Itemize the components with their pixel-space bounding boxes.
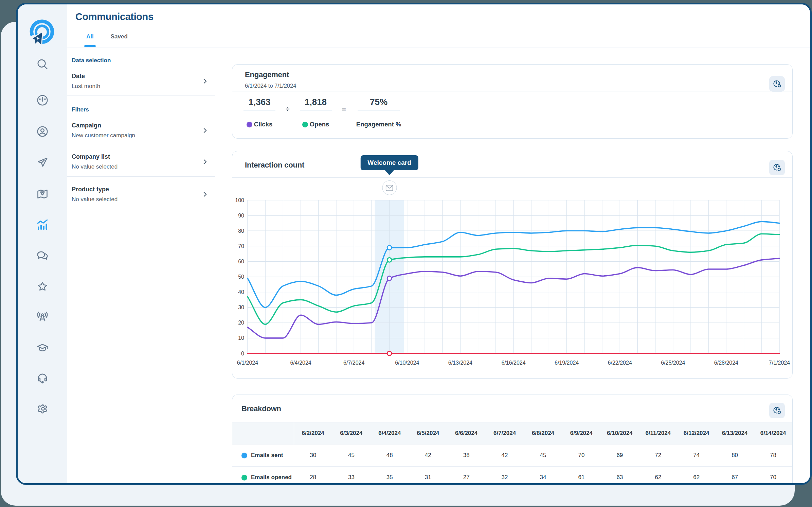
filter-date-title: Date (72, 73, 208, 80)
sidebar-item-settings[interactable] (36, 402, 49, 416)
filter-product-title: Product type (72, 186, 208, 193)
series-dot (241, 453, 247, 458)
value-cell: 67 (716, 467, 754, 485)
filter-company-title: Company list (72, 153, 208, 160)
divide-operator: ÷ (286, 105, 290, 113)
sidebar-item-star[interactable] (36, 280, 49, 293)
interaction-count-title: Interaction count (245, 161, 792, 170)
email-annotation-marker[interactable] (382, 180, 397, 195)
value-cell: 42 (486, 444, 524, 467)
filter-item-company-list[interactable]: Company list No value selected (72, 153, 208, 170)
breakdown-card: Breakdown (232, 395, 793, 485)
row-label-inner: Emails sent (241, 452, 294, 459)
interaction-add-to-dashboard-button[interactable] (769, 160, 785, 175)
tab-all[interactable]: All (83, 33, 97, 48)
sidebar-item-gauge[interactable] (36, 93, 49, 107)
breakdown-col-6/7/2024: 6/7/2024 (486, 422, 524, 444)
breakdown-col-6/9/2024: 6/9/2024 (562, 422, 600, 444)
metric-label-row: Opens (302, 121, 329, 128)
series-marker (387, 245, 392, 250)
sidebar-item-broadcast[interactable] (36, 310, 49, 324)
data-selection-heading: Data selection (72, 57, 208, 64)
card-header: Engagement 6/1/2024 to 7/1/2024 (232, 65, 792, 91)
table-row: Emails sent30454842384245706972748078 (232, 444, 792, 467)
search-icon (36, 58, 49, 71)
row-label: Emails sent (251, 452, 283, 459)
engagement-card: Engagement 6/1/2024 to 7/1/2024 (232, 64, 793, 139)
filter-item-product-type[interactable]: Product type No value selected (72, 186, 208, 203)
chevron-right-icon (201, 127, 209, 134)
y-tick-label: 40 (238, 289, 244, 295)
breakdown-col-6/6/2024: 6/6/2024 (447, 422, 486, 444)
breakdown-col-6/2/2024: 6/2/2024 (294, 422, 332, 444)
series-marker (387, 351, 392, 356)
opens-dot (302, 122, 308, 127)
user-icon (36, 125, 49, 138)
breakdown-add-to-dashboard-button[interactable] (769, 403, 785, 418)
filter-item-date[interactable]: Date Last month (72, 73, 208, 90)
value-cell: 45 (332, 444, 371, 467)
series-dot (241, 475, 247, 480)
breakdown-col-6/10/2024: 6/10/2024 (600, 422, 639, 444)
main-area: Engagement 6/1/2024 to 7/1/2024 (215, 48, 810, 483)
sidebar-item-map[interactable] (36, 187, 49, 201)
breakdown-thead: 6/2/20246/3/20246/4/20246/5/20246/6/2024… (232, 422, 792, 444)
x-tick-label: 7/1/2024 (769, 360, 790, 366)
tab-all-label: All (86, 33, 94, 40)
interaction-chart: 01020304050607080901006/1/20246/4/20246/… (232, 178, 792, 379)
engagement-add-to-dashboard-button[interactable] (769, 76, 785, 92)
filter-campaign-title: Campaign (72, 122, 208, 129)
y-tick-label: 0 (241, 351, 244, 356)
interaction-count-card: Interaction count (232, 151, 793, 379)
y-tick-label: 100 (235, 197, 244, 203)
sidebar-item-search[interactable] (36, 57, 49, 71)
sidebar-item-send[interactable] (36, 155, 49, 169)
company-list-section: Company list No value selected (67, 145, 215, 177)
filter-campaign-value: New customer campaign (72, 132, 208, 139)
value-cell: 31 (409, 467, 447, 485)
map-icon (36, 188, 49, 200)
y-tick-label: 60 (238, 259, 244, 264)
topbar: Communications All Saved (67, 4, 810, 48)
chevron-right-icon (201, 158, 209, 165)
value-cell: 62 (639, 467, 677, 485)
value-cell: 35 (371, 467, 409, 485)
opens-value: 1,818 (300, 97, 332, 110)
breakdown-tbody: Emails sent30454842384245706972748078Ema… (232, 444, 792, 485)
tabs: All Saved (83, 33, 131, 48)
breakdown-col-6/11/2024: 6/11/2024 (639, 422, 677, 444)
breakdown-col-6/14/2024: 6/14/2024 (754, 422, 792, 444)
tab-saved-label: Saved (111, 33, 128, 40)
breakdown-title: Breakdown (241, 404, 792, 413)
value-cell: 27 (447, 467, 486, 485)
sidebar-item-education[interactable] (36, 341, 49, 354)
x-tick-label: 6/16/2024 (501, 360, 525, 366)
value-cell: 34 (524, 467, 562, 485)
chevron-right-icon (201, 191, 209, 198)
value-cell: 72 (639, 444, 677, 467)
chat-icon (36, 249, 49, 262)
value-cell: 32 (486, 467, 524, 485)
gauge-icon (36, 94, 49, 107)
broadcast-icon (36, 310, 49, 323)
value-cell: 80 (716, 444, 754, 467)
filter-item-campaign[interactable]: Campaign New customer campaign (72, 122, 208, 139)
gauge-plus-icon (773, 406, 782, 415)
sidebar-item-headset[interactable] (36, 371, 49, 385)
value-cell: 62 (677, 467, 716, 485)
tab-saved[interactable]: Saved (107, 33, 131, 48)
chevron-right-icon (201, 78, 209, 85)
sidebar-item-analytics[interactable] (36, 218, 49, 231)
sidebar-item-user[interactable] (36, 125, 49, 138)
body-row: Data selection Date Last month Filters C… (67, 48, 810, 483)
sidebar-item-chat[interactable] (36, 249, 49, 262)
x-tick-label: 6/4/2024 (290, 360, 311, 366)
welcome-card-tooltip-label: Welcome card (367, 159, 411, 166)
value-cell: 70 (562, 444, 600, 467)
clicks-value: 1,363 (243, 97, 275, 110)
card-header: Breakdown (232, 395, 792, 422)
analytics-icon (36, 218, 49, 231)
table-row: Emails opened28333531273234616362626770 (232, 467, 792, 485)
y-tick-label: 10 (238, 335, 244, 341)
icon-rail (18, 4, 67, 483)
